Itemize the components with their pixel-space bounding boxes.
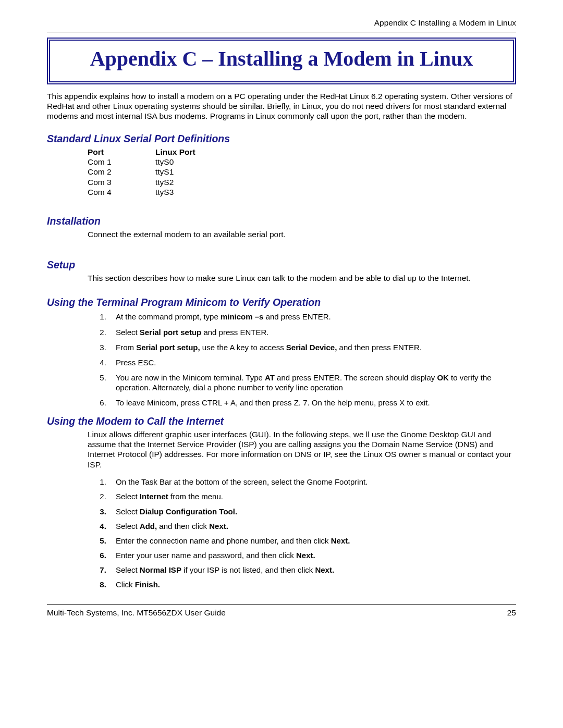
rule-bottom	[47, 604, 516, 605]
list-item: To leave Minicom, press CTRL + A, and th…	[108, 398, 516, 408]
installation-text: Connect the external modem to an availab…	[88, 229, 516, 239]
internet-steps: On the Task Bar at the bottom of the scr…	[47, 477, 516, 590]
page-title: Appendix C – Installing a Modem in Linux	[55, 46, 508, 72]
title-band: Appendix C – Installing a Modem in Linux	[47, 38, 516, 84]
setup-text: This section describes how to make sure …	[88, 273, 516, 283]
col-port: Port	[88, 147, 155, 157]
cell: ttyS1	[155, 167, 234, 177]
page-number: 25	[507, 608, 516, 618]
table-row: Com 4 ttyS3	[88, 187, 516, 197]
internet-intro: Linux allows different graphic user inte…	[88, 429, 516, 470]
col-linux-port: Linux Port	[155, 147, 234, 157]
cell: ttyS0	[155, 157, 234, 167]
heading-installation: Installation	[47, 215, 516, 227]
list-item: Enter your user name and password, and t…	[108, 550, 516, 560]
cell: Com 3	[88, 177, 155, 187]
footer: Multi-Tech Systems, Inc. MT5656ZDX User …	[47, 608, 516, 618]
list-item: You are now in the Minicom terminal. Typ…	[108, 373, 516, 392]
running-head: Appendix C Installing a Modem in Linux	[47, 18, 516, 28]
heading-internet: Using the Modem to Call the Internet	[47, 415, 516, 427]
list-item: Press ESC.	[108, 357, 516, 367]
table-row: Com 1 ttyS0	[88, 157, 516, 167]
list-item: Select Serial port setup and press ENTER…	[108, 327, 516, 337]
minicom-steps: At the command prompt, type minicom –s a…	[47, 312, 516, 408]
list-item: Enter the connection name and phone numb…	[108, 536, 516, 546]
footer-left: Multi-Tech Systems, Inc. MT5656ZDX User …	[47, 608, 226, 618]
heading-setup: Setup	[47, 259, 516, 271]
rule-top	[47, 32, 516, 32]
heading-minicom: Using the Terminal Program Minicom to Ve…	[47, 297, 516, 309]
table-header: Port Linux Port	[88, 147, 516, 157]
list-item: From Serial port setup, use the A key to…	[108, 342, 516, 352]
list-item: Select Add, and then click Next.	[108, 521, 516, 531]
list-item: At the command prompt, type minicom –s a…	[108, 312, 516, 322]
list-item: Click Finish.	[108, 579, 516, 589]
table-row: Com 3 ttyS2	[88, 177, 516, 187]
port-table: Port Linux Port Com 1 ttyS0 Com 2 ttyS1 …	[88, 147, 516, 198]
intro-paragraph: This appendix explains how to install a …	[47, 92, 516, 121]
page: Appendix C Installing a Modem in Linux A…	[0, 0, 563, 633]
cell: ttyS2	[155, 177, 234, 187]
cell: Com 1	[88, 157, 155, 167]
cell: ttyS3	[155, 187, 234, 197]
list-item: Select Internet from the menu.	[108, 491, 516, 501]
list-item: On the Task Bar at the bottom of the scr…	[108, 477, 516, 487]
list-item: Select Dialup Configuration Tool.	[108, 507, 516, 516]
heading-port-definitions: Standard Linux Serial Port Definitions	[47, 133, 516, 145]
cell: Com 4	[88, 187, 155, 197]
cell: Com 2	[88, 167, 155, 177]
list-item: Select Normal ISP if your ISP is not lis…	[108, 565, 516, 575]
table-row: Com 2 ttyS1	[88, 167, 516, 177]
